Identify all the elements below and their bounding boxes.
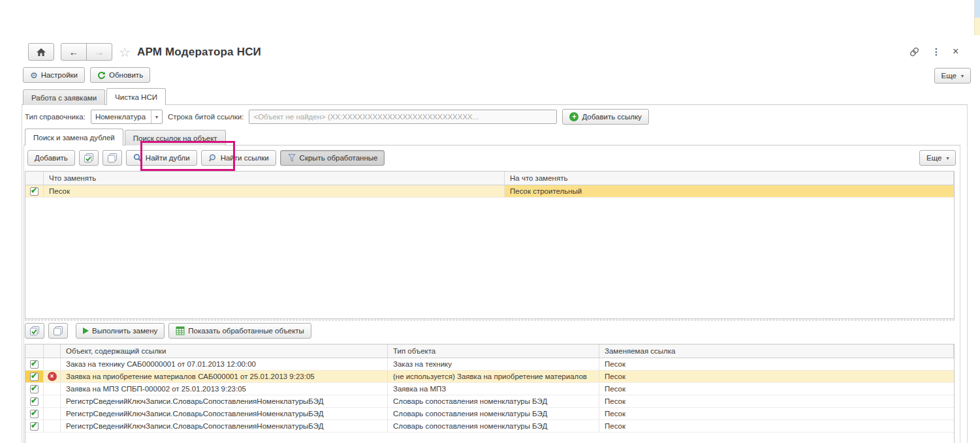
command-bar: ⚙ Настройки Обновить — [23, 67, 150, 83]
find-duplicates-button[interactable]: Найти дубли — [126, 150, 197, 166]
table-header-row: Объект, содержащий ссылки Тип объекта За… — [25, 344, 954, 358]
tab-label: Поиск и замена дублей — [33, 134, 115, 142]
column-object[interactable]: Объект, содержащий ссылки — [61, 344, 388, 358]
cell-link[interactable]: Песок — [599, 395, 954, 407]
checkbox-checked[interactable]: ✔ — [30, 187, 39, 196]
cell-link[interactable]: Песок — [599, 358, 954, 370]
cell-type[interactable]: (не используется) Заявка на приобретение… — [388, 371, 599, 382]
tab-search-replace-duplicates[interactable]: Поиск и замена дублей — [25, 129, 123, 145]
back-button[interactable]: ← — [61, 43, 87, 61]
cell-type[interactable]: Заказ на технику — [388, 358, 599, 370]
cell-object[interactable]: РегистрСведенийКлючЗаписи.СловарьСопоста… — [61, 420, 388, 432]
cell-link[interactable]: Песок — [599, 383, 954, 395]
row-checkbox-cell-selected[interactable]: ✔ — [25, 371, 44, 382]
add-link-button[interactable]: + Добавить ссылку — [562, 109, 648, 125]
row-status-cell: × — [44, 371, 61, 382]
tab-nsi-cleanup[interactable]: Чистка НСИ — [106, 88, 166, 105]
home-button[interactable] — [28, 43, 54, 61]
page-title: АРМ Модератора НСИ — [137, 46, 261, 59]
row-checkbox-cell[interactable]: ✔ — [25, 408, 44, 420]
row-checkbox-cell[interactable]: ✔ — [25, 420, 44, 432]
check-icon: ✔ — [31, 186, 37, 195]
cell-object[interactable]: РегистрСведенийКлючЗаписи.СловарьСопоста… — [61, 408, 388, 420]
row-checkbox-cell[interactable]: ✔ — [25, 358, 44, 370]
table-row[interactable]: ✔ РегистрСведенийКлючЗаписи.СловарьСопос… — [25, 408, 954, 420]
cell-object[interactable]: Заказ на технику САБ00000001 от 07.01.20… — [61, 358, 388, 370]
cell-type[interactable]: Заявка на МПЗ — [388, 383, 599, 395]
table-row[interactable]: ✔ Заказ на технику САБ00000001 от 07.01.… — [25, 358, 954, 371]
checkbox-checked[interactable]: ✔ — [30, 360, 39, 369]
filter-row: Тип справочника: Номенклатура ▾ Строка б… — [25, 109, 649, 125]
refresh-button[interactable]: Обновить — [90, 67, 150, 83]
row-status-cell — [44, 395, 61, 407]
cell-type[interactable]: Словарь сопоставления номенклатуры БЭД — [388, 395, 599, 407]
find-duplicates-label: Найти дубли — [146, 154, 190, 162]
cell-with-selected[interactable]: Песок строительный — [505, 185, 954, 197]
show-processed-button[interactable]: Показать обработанные объекты — [168, 323, 311, 339]
cell-type[interactable]: Словарь сопоставления номенклатуры БЭД — [388, 420, 599, 432]
table-icon — [176, 326, 185, 335]
table-row[interactable]: ✔ Заявка на МПЗ СПБП-000002 от 25.01.201… — [25, 383, 954, 395]
broken-link-label: Строка битой ссылки: — [168, 113, 244, 121]
more-label: Еще — [926, 154, 941, 162]
check-all-button[interactable] — [79, 150, 99, 166]
inner-tabstrip: Поиск и замена дублей Поиск ссылок на об… — [25, 129, 226, 145]
favorite-star-icon[interactable]: ☆ — [119, 46, 131, 59]
background-window-sliver-blue — [974, 0, 980, 18]
cell-object[interactable]: Заявка на МПЗ СПБП-000002 от 25.01.2013 … — [61, 383, 388, 395]
header-checkbox-cell — [25, 172, 44, 185]
column-replaced-link[interactable]: Заменяемая ссылка — [599, 344, 954, 358]
find-links-button[interactable]: Найти ссылки — [201, 150, 276, 166]
column-object-type[interactable]: Тип объекта — [388, 344, 599, 358]
add-button[interactable]: Добавить — [27, 150, 75, 166]
execute-replace-button[interactable]: Выполнить замену — [76, 323, 165, 339]
hide-processed-button[interactable]: Скрыть обработанные — [280, 150, 385, 166]
window-more-button[interactable]: Еще ▾ — [934, 68, 971, 84]
close-icon[interactable]: × — [953, 46, 958, 57]
header-checkbox-cell — [25, 344, 44, 358]
cell-link[interactable]: Песок — [599, 408, 954, 420]
cell-what[interactable]: Песок — [44, 185, 505, 197]
ref-type-combobox[interactable]: Номенклатура ▾ — [91, 110, 163, 124]
row-checkbox-cell[interactable]: ✔ — [25, 383, 44, 395]
column-replace-with[interactable]: На что заменять — [505, 172, 954, 185]
main-tabstrip: Работа с заявками Чистка НСИ — [23, 88, 166, 105]
more-label: Еще — [941, 72, 956, 80]
cell-object[interactable]: РегистрСведенийКлючЗаписи.СловарьСопоста… — [61, 395, 388, 407]
table-row-selected[interactable]: ✔ × Заявка на приобретение материалов СА… — [25, 371, 954, 383]
broken-link-input[interactable] — [249, 110, 557, 124]
cell-object[interactable]: Заявка на приобретение материалов САБ000… — [61, 371, 388, 382]
cell-link[interactable]: Песок — [599, 371, 954, 382]
check-all-button[interactable] — [25, 323, 44, 339]
duplicates-table: Что заменять На что заменять ✔ Песок Пес… — [25, 171, 955, 319]
settings-button[interactable]: ⚙ Настройки — [23, 67, 85, 83]
app-window: ← → ☆ АРМ Модератора НСИ ⋮ × ⚙ Настройки… — [0, 0, 980, 443]
find-links-label: Найти ссылки — [221, 154, 269, 162]
uncheck-all-button[interactable] — [48, 323, 68, 339]
checkbox-checked[interactable]: ✔ — [30, 385, 39, 393]
get-link-icon[interactable] — [909, 46, 920, 57]
column-what-to-replace[interactable]: Что заменять — [44, 172, 505, 185]
tab-search-object-links[interactable]: Поиск ссылок на объект — [125, 130, 226, 145]
uncheck-all-button[interactable] — [103, 150, 122, 166]
cell-type[interactable]: Словарь сопоставления номенклатуры БЭД — [388, 408, 599, 420]
checkbox-checked[interactable]: ✔ — [30, 373, 39, 381]
combo-dropdown-button[interactable]: ▾ — [151, 110, 162, 123]
checkbox-checked[interactable]: ✔ — [30, 397, 39, 406]
table-row[interactable]: ✔ РегистрСведенийКлючЗаписи.СловарьСопос… — [25, 420, 954, 433]
forward-button[interactable]: → — [86, 43, 112, 61]
checkbox-checked[interactable]: ✔ — [30, 422, 39, 431]
menu-kebab-icon[interactable]: ⋮ — [932, 46, 941, 57]
checkbox-checked[interactable]: ✔ — [30, 410, 39, 418]
tab-work-with-requests[interactable]: Работа с заявками — [23, 89, 105, 105]
history-nav-group: ← → — [61, 43, 112, 61]
table-row[interactable]: ✔ Песок Песок строительный — [25, 185, 954, 198]
cell-link[interactable]: Песок — [599, 420, 954, 432]
row-checkbox-cell[interactable]: ✔ — [25, 395, 44, 407]
row-checkbox-cell[interactable]: ✔ — [25, 185, 44, 197]
outer-panel-border-left — [22, 104, 22, 443]
table-row[interactable]: ✔ РегистрСведенийКлючЗаписи.СловарьСопос… — [25, 395, 954, 408]
splitter-handle[interactable] — [25, 320, 955, 320]
duplicates-more-button[interactable]: Еще ▾ — [919, 150, 956, 166]
outer-panel-border-right — [967, 104, 968, 443]
